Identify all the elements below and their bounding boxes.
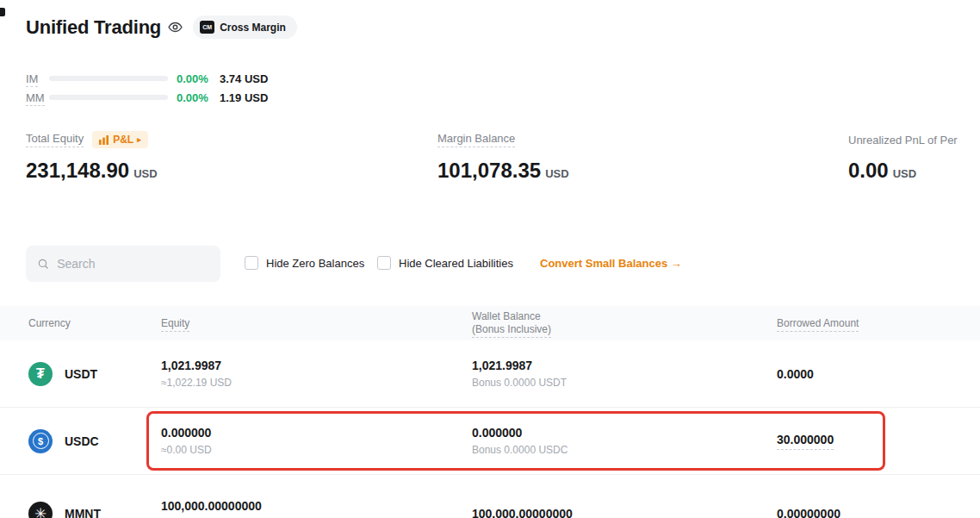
currency-cell: ₮ USDT [28,362,161,386]
cross-margin-icon: CM [200,21,214,34]
total-equity-value: 231,148.90USD [26,159,158,183]
margin-balance-value: 101,078.35USD [437,159,569,183]
col-header-wallet-balance: Wallet Balance (Bonus Inclusive) [472,310,777,336]
table-row-mmnt: ✳ MMNT 100,000.00000000 ≈118,953.20 USD … [0,475,980,518]
mm-label: MM [26,91,49,104]
wallet-balance-cell: 1,021.9987 Bonus 0.0000 USDT [472,359,777,389]
wallet-balance-cell: 100,000.00000000 [472,507,777,518]
account-stats: Total Equity P&L ▸ 231,148.90USD Margin … [0,130,980,190]
table-row-usdt: ₮ USDT 1,021.9987 ≈1,022.19 USD 1,021.99… [0,340,980,408]
unrealized-pnl-unit: USD [893,167,916,180]
cross-margin-badge[interactable]: CM Cross Margin [193,16,297,39]
coin-symbol: USDC [65,434,99,448]
total-equity-label: Total Equity [26,132,84,147]
borrowed-amount-cell: 30.000000 [777,433,980,450]
balances-table: Currency Equity Wallet Balance (Bonus In… [0,306,980,518]
mm-percent: 0.00% [177,91,220,104]
hide-zero-balances-label: Hide Zero Balances [266,257,364,270]
equity-cell: 1,021.9987 ≈1,022.19 USD [161,359,472,389]
hide-cleared-liabilities-filter: Hide Cleared Liabilities [377,256,513,270]
filter-bar: Hide Zero Balances Hide Cleared Liabilit… [0,246,980,282]
table-header-row: Currency Equity Wallet Balance (Bonus In… [0,306,980,340]
im-value: 3.74 USD [220,72,268,85]
currency-cell: $ USDC [28,429,161,453]
mm-progress-bar [49,95,168,100]
im-label: IM [26,72,49,85]
wallet-balance-cell: 0.000000 Bonus 0.0000 USDC [472,426,777,456]
search-icon [37,257,49,271]
stat-margin-balance: Margin Balance 101,078.35USD [437,130,569,183]
total-equity-unit: USD [133,167,157,180]
coin-symbol: MMNT [65,507,101,518]
chevron-right-icon: ▸ [137,135,141,144]
hide-zero-balances-filter: Hide Zero Balances [245,256,364,270]
pnl-button[interactable]: P&L ▸ [92,131,148,148]
margin-balance-unit: USD [545,167,568,180]
cross-margin-label: Cross Margin [220,22,286,34]
borrowed-amount-cell: 0.0000 [777,367,980,381]
chart-bars-icon [99,135,109,145]
equity-cell: 0.000000 ≈0.00 USD [161,426,472,456]
stat-total-equity: Total Equity P&L ▸ 231,148.90USD [26,130,158,183]
search-box[interactable] [26,246,220,282]
margin-balance-label: Margin Balance [437,132,515,147]
convert-small-balances-link[interactable]: Convert Small Balances → [540,257,682,270]
col-header-equity: Equity [161,317,472,329]
currency-cell: ✳ MMNT [28,502,161,518]
hide-zero-balances-checkbox[interactable] [245,256,258,270]
im-progress-bar [49,76,168,81]
stat-unrealized-pnl: Unrealized PnL of Per 0.00USD [848,130,958,183]
pnl-label: P&L [113,134,133,146]
im-percent: 0.00% [177,72,220,85]
borrowed-amount-cell: 0.00000000 [777,507,980,518]
col-header-currency: Currency [28,317,161,329]
im-rate-row: IM 0.00% 3.74 USD [26,69,268,88]
account-header: Unified Trading CM Cross Margin [26,16,297,39]
table-row-usdc: $ USDC 0.000000 ≈0.00 USD 0.000000 Bonus… [0,408,980,475]
mm-rate-row: MM 0.00% 1.19 USD [26,88,268,107]
unrealized-pnl-value: 0.00USD [848,159,958,183]
margin-rates: IM 0.00% 3.74 USD MM 0.00% 1.19 USD [26,69,268,107]
mm-value: 1.19 USD [220,91,268,104]
hide-cleared-liabilities-label: Hide Cleared Liabilities [399,257,513,270]
usdc-coin-icon: $ [28,429,53,453]
col-header-borrowed-amount: Borrowed Amount [777,317,980,329]
unrealized-pnl-label: Unrealized PnL of Per [848,134,958,147]
usdt-coin-icon: ₮ [28,362,53,386]
coin-symbol: USDT [65,367,97,381]
page-title: Unified Trading [26,16,161,39]
equity-cell: 100,000.00000000 ≈118,953.20 USD [161,499,472,518]
hide-cleared-liabilities-checkbox[interactable] [377,256,391,270]
clipped-edge-artifact [0,8,5,16]
mmnt-coin-icon: ✳ [28,502,53,518]
eye-icon[interactable] [168,20,183,34]
search-input[interactable] [57,257,209,271]
